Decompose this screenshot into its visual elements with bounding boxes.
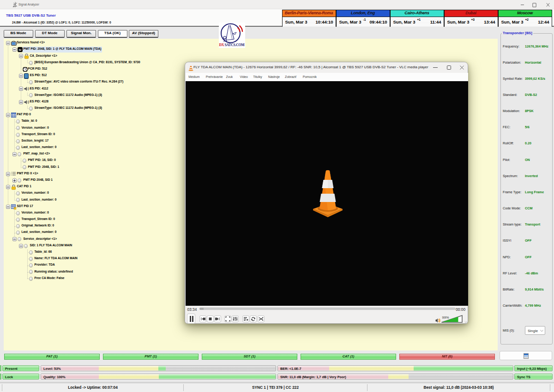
svg-text:SATCS.COM: SATCS.COM <box>225 43 245 47</box>
svg-text:tv: tv <box>18 48 21 51</box>
svg-text:DX: DX <box>219 43 224 47</box>
